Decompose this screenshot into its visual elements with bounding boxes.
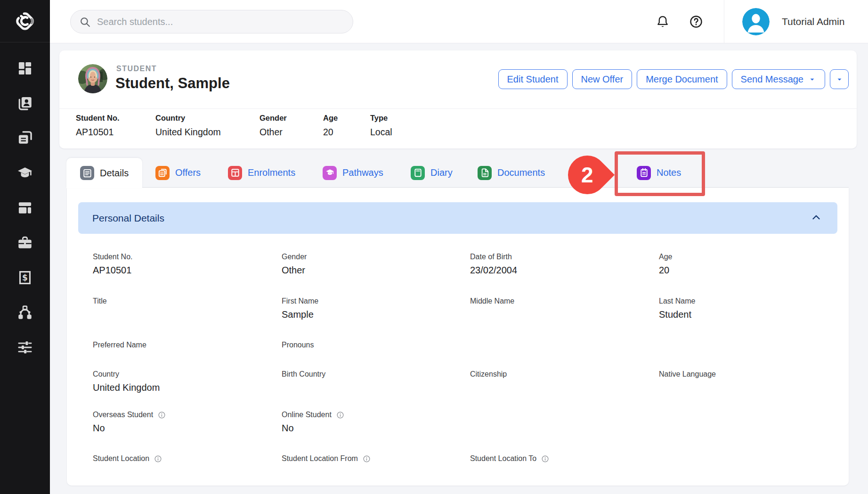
info-icon[interactable] [154, 455, 162, 463]
tab-diary[interactable]: Diary [411, 158, 453, 188]
button-label: Send Message [741, 74, 803, 85]
info-value: 20 [323, 127, 338, 138]
tab-enrolments[interactable]: Enrolments [228, 158, 295, 188]
field-overseas-student: Overseas StudentNo [93, 411, 166, 434]
field-date-of-birth: Date of Birth23/02/2004 [470, 253, 517, 276]
tab-label: Details [100, 168, 129, 179]
field-age: Age20 [659, 253, 672, 276]
enrolments-icon [228, 166, 242, 180]
info-label: Country [155, 114, 221, 123]
personal-details-header[interactable]: Personal Details [78, 202, 837, 234]
info-icon[interactable] [541, 455, 549, 463]
field-citizenship: Citizenship [470, 370, 507, 379]
info-icon[interactable] [363, 455, 371, 463]
user-menu[interactable]: Tutorial Admin [742, 8, 844, 36]
button-label: New Offer [581, 74, 624, 85]
sidebar-menu: $ [0, 42, 50, 356]
sidebar-item-graduation-cap[interactable] [12, 166, 38, 182]
header-divider [59, 108, 857, 109]
field-student-location-to: Student Location To [470, 454, 549, 463]
obscured-tab-fragment: s [607, 168, 611, 179]
offers-icon [155, 166, 170, 180]
sidebar-item-briefcase[interactable] [12, 236, 38, 252]
tab-offers[interactable]: Offers [155, 158, 201, 188]
sidebar-item-settings-sliders[interactable] [12, 340, 38, 356]
info-value: Local [370, 127, 392, 138]
merge-document-button[interactable]: Merge Document [637, 69, 727, 89]
info-icon[interactable] [158, 411, 166, 419]
sidebar-item-offers-cards[interactable] [12, 131, 38, 147]
offers-cards-icon [17, 130, 33, 148]
field-value: AP10501 [93, 265, 133, 276]
field-value: Other [282, 265, 307, 276]
edit-student-button[interactable]: Edit Student [498, 69, 568, 89]
field-label: Native Language [659, 370, 716, 379]
field-country: CountryUnited Kingdom [93, 370, 160, 393]
tab-label: Documents [497, 167, 545, 178]
more-actions-button[interactable] [830, 69, 849, 89]
field-label: Date of Birth [470, 253, 512, 261]
info-type: TypeLocal [370, 114, 392, 138]
field-label: Student No. [93, 253, 133, 261]
diary-icon [411, 166, 425, 180]
field-label: Birth Country [282, 370, 325, 379]
field-student-no: Student No.AP10501 [93, 253, 133, 276]
contacts-icon [17, 95, 33, 113]
search-icon [79, 16, 91, 28]
help-icon[interactable] [689, 15, 703, 29]
briefcase-icon [17, 235, 33, 253]
field-value: Student [659, 309, 695, 320]
field-label: Student Location [93, 454, 149, 463]
field-value: No [282, 423, 344, 434]
tab-details[interactable]: Details [66, 158, 142, 188]
network-icon [17, 305, 33, 322]
tab-pathways[interactable]: Pathways [323, 158, 383, 188]
tab-label: Pathways [342, 167, 383, 178]
sidebar-item-dashboard[interactable] [12, 61, 38, 77]
info-student-no: Student No.AP10501 [76, 114, 120, 138]
chevron-down-icon [836, 75, 844, 83]
field-birth-country: Birth Country [282, 370, 325, 379]
collapse-panel-button[interactable] [809, 211, 823, 225]
student-name: Student, Sample [115, 75, 230, 92]
send-message-button[interactable]: Send Message [732, 69, 825, 89]
new-offer-button[interactable]: New Offer [572, 69, 633, 89]
field-student-location: Student Location [93, 454, 162, 463]
notifications-bell-icon[interactable] [656, 15, 670, 29]
tab-label: Offers [175, 167, 201, 178]
info-label: Type [370, 114, 392, 123]
field-label: Gender [282, 253, 307, 261]
search-input[interactable] [97, 16, 344, 27]
sidebar-item-invoice[interactable]: $ [12, 271, 38, 287]
field-label: Preferred Name [93, 341, 146, 349]
panel-title: Personal Details [92, 213, 164, 224]
sidebar: $ [0, 0, 50, 494]
sidebar-item-network[interactable] [12, 305, 38, 321]
tab-documents[interactable]: Documents [478, 158, 545, 188]
chevron-down-icon [808, 75, 816, 83]
invoice-icon: $ [17, 270, 33, 288]
sidebar-item-contacts[interactable] [12, 96, 38, 112]
app-logo[interactable] [0, 0, 50, 42]
field-last-name: Last NameStudent [659, 297, 695, 320]
info-icon[interactable] [336, 411, 344, 419]
info-country: CountryUnited Kingdom [155, 114, 221, 138]
tab-bar: s DetailsOffersEnrolmentsPathwaysDiaryDo… [66, 158, 849, 188]
field-title: Title [93, 297, 107, 305]
field-pronouns: Pronouns [282, 341, 314, 349]
info-age: Age20 [323, 114, 338, 138]
sidebar-item-layout[interactable] [12, 201, 38, 217]
field-label: Student Location From [282, 454, 358, 463]
search-bar [70, 10, 353, 33]
dashboard-icon [17, 60, 33, 78]
tab-label: Notes [657, 167, 681, 178]
graduation-cap-icon [17, 165, 33, 183]
field-student-location-from: Student Location From [282, 454, 371, 463]
field-label: Pronouns [282, 341, 314, 349]
details-icon [80, 166, 94, 180]
field-native-language: Native Language [659, 370, 716, 379]
field-value: 20 [659, 265, 672, 276]
tab-notes[interactable]: Notes [637, 158, 681, 188]
student-photo [78, 64, 107, 93]
info-value: AP10501 [76, 127, 120, 138]
